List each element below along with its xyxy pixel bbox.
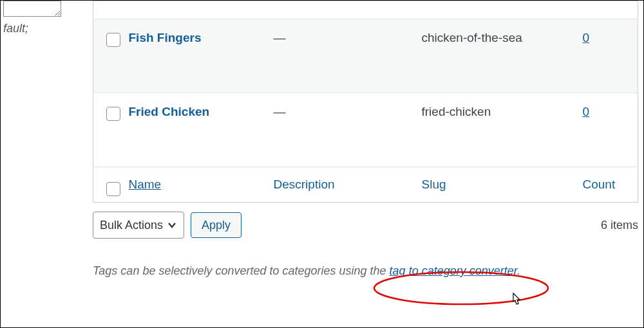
bulk-actions-label: Bulk Actions bbox=[100, 219, 163, 232]
row-checkbox[interactable] bbox=[106, 33, 120, 47]
tag-description: — bbox=[274, 31, 286, 45]
table-footer-row: Name Description Slug Count bbox=[93, 167, 638, 203]
tag-count-link[interactable]: 0 bbox=[583, 31, 590, 45]
chevron-down-icon bbox=[167, 220, 177, 230]
column-header-name[interactable]: Name bbox=[129, 178, 162, 191]
column-header-count[interactable]: Count bbox=[583, 178, 616, 191]
table-row: Fried Chicken — fried-chicken 0 bbox=[93, 93, 638, 167]
bulk-actions-select[interactable]: Bulk Actions bbox=[93, 212, 184, 239]
tag-description: — bbox=[274, 105, 286, 119]
note-prefix: Tags can be selectively converted to cat… bbox=[93, 264, 390, 277]
table-row: Fish Fingers — chicken-of-the-sea 0 bbox=[93, 19, 638, 93]
table-prev-row-stub bbox=[93, 1, 638, 19]
tag-name-link[interactable]: Fish Fingers bbox=[129, 31, 202, 45]
tag-slug: fried-chicken bbox=[422, 105, 491, 119]
bulk-actions-bar: Bulk Actions Apply 6 items bbox=[93, 212, 638, 239]
apply-button[interactable]: Apply bbox=[191, 212, 242, 238]
tag-count-link[interactable]: 0 bbox=[583, 105, 590, 119]
column-header-slug[interactable]: Slug bbox=[422, 178, 446, 191]
default-fragment-label: fault; bbox=[3, 22, 78, 35]
tag-name-link[interactable]: Fried Chicken bbox=[129, 105, 210, 119]
row-checkbox[interactable] bbox=[106, 107, 120, 121]
note-suffix: . bbox=[517, 264, 520, 277]
column-header-description[interactable]: Description bbox=[274, 178, 335, 191]
description-textarea[interactable] bbox=[3, 1, 61, 17]
items-count: 6 items bbox=[601, 219, 638, 232]
tags-table: Fish Fingers — chicken-of-the-sea 0 Frie… bbox=[93, 1, 638, 203]
select-all-checkbox[interactable] bbox=[106, 182, 120, 196]
converter-note: Tags can be selectively converted to cat… bbox=[93, 264, 638, 278]
pointer-cursor-icon bbox=[509, 292, 522, 307]
tag-to-category-converter-link[interactable]: tag to category converter bbox=[390, 264, 517, 277]
tag-slug: chicken-of-the-sea bbox=[422, 31, 522, 45]
